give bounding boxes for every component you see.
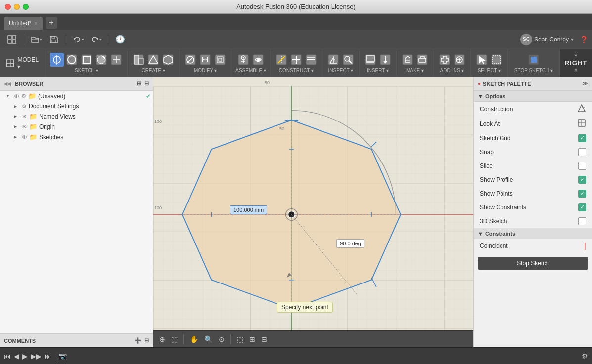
canvas-area[interactable]: 100.000 mm 90.0 deg Specify next point 1… <box>153 77 473 347</box>
svg-rect-33 <box>200 55 210 65</box>
gear-icon-1[interactable]: ⚙ <box>22 103 27 110</box>
browser-item-docsettings[interactable]: ▶ ⚙ Document Settings <box>0 101 153 111</box>
top-toolbar: ▾ ▾ ▾ 🕐 SC Sean Conroy ▾ ❓ <box>0 30 592 49</box>
construct-label: CONSTRUCT ▾ <box>279 68 314 73</box>
maximize-button[interactable] <box>23 4 29 10</box>
sketch-label: SKETCH ▾ <box>75 68 98 73</box>
sp-row-showpoints: Show Points ✓ <box>474 187 592 201</box>
help-button[interactable]: ❓ <box>580 36 588 43</box>
view-cube[interactable]: Y RIGHT X <box>559 49 592 77</box>
go-next-button[interactable]: ▶▶ <box>31 352 42 360</box>
go-first-button[interactable]: ⏮ <box>4 352 11 360</box>
comments-header: COMMENTS ➕ ⊟ <box>0 333 153 347</box>
make-menu[interactable]: MAKE ▾ <box>397 49 434 77</box>
stop-sketch-menu[interactable]: STOP SKETCH ▾ <box>508 49 559 77</box>
model-dropdown[interactable]: MODEL ▾ <box>0 49 46 77</box>
construction-icon[interactable] <box>577 104 586 114</box>
sketch-palette-title: SKETCH PALETTE <box>483 81 531 87</box>
options-section-header[interactable]: ▼ Options <box>474 91 592 102</box>
browser-item-label-1: Document Settings <box>29 103 151 110</box>
history-button[interactable]: 🕐 <box>112 32 128 47</box>
browser-header-icons: ⊞ ⊟ <box>137 81 149 87</box>
grid-button[interactable] <box>4 32 20 47</box>
svg-point-43 <box>257 58 260 61</box>
modify-menu[interactable]: MODIFY ▾ <box>180 49 231 77</box>
redo-button[interactable]: ▾ <box>88 32 104 47</box>
browser-item-sketches[interactable]: ▶ 👁 📁 Sketches <box>0 132 153 142</box>
stop-sketch-label: STOP SKETCH ▾ <box>514 68 553 73</box>
browser-item-namedviews[interactable]: ▶ 👁 📁 Named Views <box>0 111 153 121</box>
go-prev-button[interactable]: ◀ <box>14 352 19 360</box>
showpoints-checkbox[interactable]: ✓ <box>578 190 586 198</box>
lookat-icon[interactable] <box>577 119 586 129</box>
assemble-menu[interactable]: ASSEMBLE ▾ <box>231 49 271 77</box>
showprofile-checkbox[interactable]: ✓ <box>578 176 586 184</box>
active-tab[interactable]: Untitled* × <box>4 17 43 30</box>
open-button[interactable]: ▾ <box>28 32 44 47</box>
cb-sep-1 <box>183 334 184 344</box>
view-button[interactable]: ⬚ <box>169 334 180 344</box>
grid-display-button[interactable]: ⊞ <box>247 334 257 344</box>
tab-close[interactable]: × <box>34 20 37 26</box>
svg-rect-3 <box>12 40 16 43</box>
play-button[interactable]: ▶ <box>22 352 28 360</box>
menu-bar: MODEL ▾ SKETCH ▾ <box>0 49 592 77</box>
fit-view-button[interactable]: ⊕ <box>157 334 167 344</box>
view-settings-button[interactable]: ⊟ <box>259 334 269 344</box>
make-icon-2 <box>415 53 429 67</box>
construct-menu[interactable]: CONSTRUCT ▾ <box>271 49 322 77</box>
close-button[interactable] <box>5 4 11 10</box>
inspect-menu[interactable]: INSPECT ▾ <box>322 49 360 77</box>
browser-item-origin[interactable]: ▶ 👁 📁 Origin <box>0 121 153 132</box>
svg-rect-76 <box>492 55 501 65</box>
collapse-arrow-1: ▶ <box>14 104 20 109</box>
gear-icon[interactable]: ⚙ <box>21 93 26 99</box>
sp-expand-button[interactable]: ≫ <box>582 81 588 87</box>
snap-checkbox[interactable] <box>578 148 586 156</box>
svg-rect-26 <box>139 58 143 64</box>
svg-marker-6 <box>74 38 76 40</box>
sp-row-slice: Slice <box>474 159 592 173</box>
select-menu[interactable]: SELECT ▾ <box>471 49 508 77</box>
display-settings-button[interactable]: ⬚ <box>235 334 245 344</box>
eye-icon-2[interactable]: 👁 <box>22 114 27 120</box>
addins-icon-2 <box>453 53 466 67</box>
create-menu[interactable]: CREATE ▾ <box>128 49 180 77</box>
sketch-icon-5 <box>109 53 123 67</box>
stop-sketch-bottom-button[interactable]: Stop Sketch <box>478 257 588 270</box>
insert-menu[interactable]: INSERT ▾ <box>360 49 397 77</box>
zoom-button[interactable]: 🔍 <box>202 334 215 344</box>
constraints-section-header[interactable]: ▼ Constraints <box>474 228 592 239</box>
settings-icon[interactable]: ⚙ <box>582 352 588 360</box>
sketch-icon-1 <box>50 53 64 67</box>
snap-label: Snap <box>480 149 578 156</box>
undo-button[interactable]: ▾ <box>70 32 86 47</box>
svg-point-39 <box>243 57 244 59</box>
3dsketch-checkbox[interactable] <box>578 217 586 225</box>
options-collapse-icon: ▼ <box>478 93 483 99</box>
showconstraints-label: Show Constraints <box>480 204 578 211</box>
new-tab-button[interactable]: + <box>46 17 57 29</box>
showconstraints-checkbox[interactable]: ✓ <box>578 203 586 211</box>
addins-menu[interactable]: ADD-INS ▾ <box>434 49 471 77</box>
comments-icons: ➕ ⊟ <box>135 337 149 344</box>
zoom-fit-button[interactable]: ⊙ <box>217 334 227 344</box>
save-button[interactable] <box>46 32 62 47</box>
eye-icon[interactable]: 👁 <box>14 93 19 99</box>
sp-row-showprofile: Show Profile ✓ <box>474 173 592 187</box>
eye-icon-3[interactable]: 👁 <box>22 124 27 130</box>
go-last-button[interactable]: ⏭ <box>45 352 51 360</box>
user-menu[interactable]: SC Sean Conroy ▾ <box>520 34 574 45</box>
eye-icon-4[interactable]: 👁 <box>22 134 27 140</box>
inspect-icon-1 <box>326 53 340 67</box>
showprofile-label: Show Profile <box>480 176 578 183</box>
minimize-button[interactable] <box>14 4 20 10</box>
collapse-arrow: ▼ <box>6 94 12 98</box>
slice-checkbox[interactable] <box>578 162 586 170</box>
pan-button[interactable]: ✋ <box>188 334 200 344</box>
slice-label: Slice <box>480 162 578 169</box>
sketch-menu[interactable]: SKETCH ▾ <box>46 49 128 77</box>
sketchgrid-checkbox[interactable]: ✓ <box>578 134 586 142</box>
browser-item-root[interactable]: ▼ 👁 ⚙ 📁 (Unsaved) ✔ <box>0 91 153 101</box>
add-comment-icon[interactable]: ➕ <box>135 337 141 344</box>
